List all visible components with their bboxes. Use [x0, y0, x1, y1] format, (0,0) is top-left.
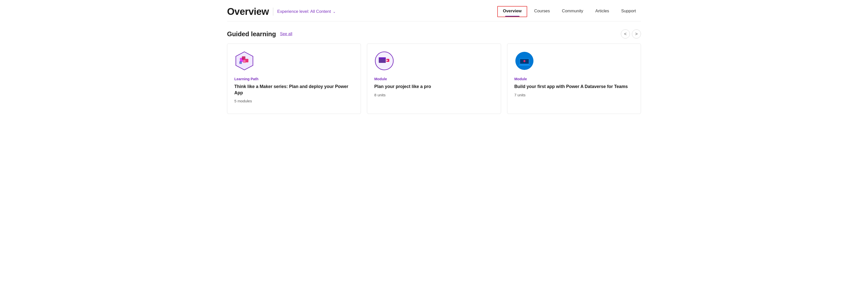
card-type-1: Learning Path [234, 77, 353, 81]
guided-learning-section: Guided learning See all < > [227, 21, 641, 114]
header-left: Overview Experience level: All Content ⌄ [227, 6, 336, 17]
tab-support[interactable]: Support [616, 6, 641, 17]
page-title: Overview [227, 6, 269, 17]
card-meta-3: 7 units [515, 93, 634, 97]
card-title-3: Build your first app with Power A Datave… [515, 83, 634, 90]
card-type-3: Module [515, 77, 634, 81]
module-plan-icon [374, 51, 394, 71]
page-header: Overview Experience level: All Content ⌄… [227, 0, 641, 21]
experience-level-label: Experience level: All Content [277, 9, 331, 14]
carousel-prev-button[interactable]: < [621, 29, 630, 38]
tab-courses[interactable]: Courses [529, 6, 555, 17]
overview-tab-wrapper: Overview [497, 6, 527, 17]
chevron-down-icon: ⌄ [333, 9, 336, 14]
card-title-2: Plan your project like a pro [374, 83, 494, 90]
card-module-plan[interactable]: Module Plan your project like a pro 8 un… [367, 44, 501, 114]
learning-path-icon [234, 51, 254, 71]
card-icon-wrapper-2 [374, 51, 494, 72]
cards-grid: Learning Path Think like a Maker series:… [227, 44, 641, 114]
section-header-left: Guided learning See all [227, 30, 292, 38]
card-meta-1: 5 modules [234, 99, 353, 103]
carousel-nav: < > [621, 29, 641, 38]
card-meta-2: 8 units [374, 93, 494, 97]
card-learning-path[interactable]: Learning Path Think like a Maker series:… [227, 44, 361, 114]
section-title: Guided learning [227, 30, 276, 38]
card-module-build[interactable]: Module Build your first app with Power A… [507, 44, 641, 114]
nav-tabs: Overview Courses Community Articles Supp… [497, 6, 641, 17]
card-icon-wrapper [234, 51, 353, 72]
svg-rect-8 [379, 57, 386, 59]
tab-overview[interactable]: Overview [498, 6, 527, 17]
svg-rect-2 [242, 56, 245, 60]
section-header: Guided learning See all < > [227, 29, 641, 38]
card-type-2: Module [374, 77, 494, 81]
card-icon-wrapper-3 [515, 51, 634, 72]
see-all-button[interactable]: See all [280, 32, 292, 36]
experience-level-button[interactable]: Experience level: All Content ⌄ [277, 8, 336, 15]
tab-community[interactable]: Community [557, 6, 588, 17]
module-build-icon [515, 51, 534, 71]
svg-rect-18 [518, 65, 530, 65]
header-divider [273, 7, 273, 16]
svg-rect-4 [243, 60, 246, 63]
card-title-1: Think like a Maker series: Plan and depl… [234, 83, 353, 96]
tab-articles[interactable]: Articles [590, 6, 614, 17]
svg-rect-5 [239, 61, 242, 64]
carousel-next-button[interactable]: > [632, 29, 641, 38]
